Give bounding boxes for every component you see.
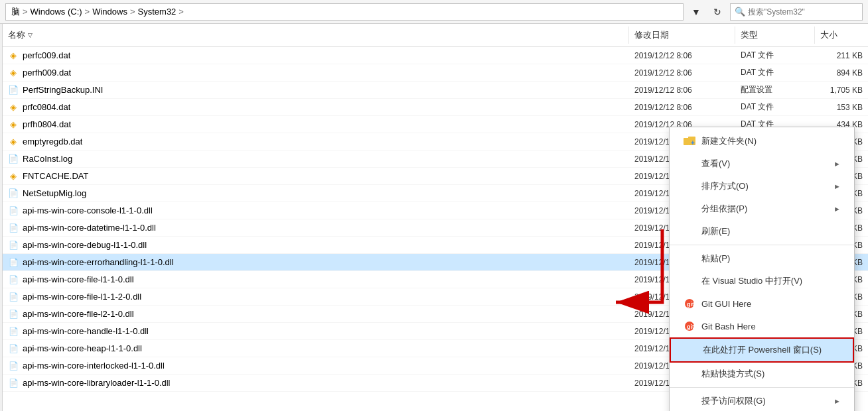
col-header-size[interactable]: 大小 xyxy=(815,27,868,44)
breadcrumb-separator: > xyxy=(23,7,28,17)
svg-text:git: git xyxy=(687,301,694,308)
table-row[interactable]: ◈ perfh009.dat 2019/12/12 8:06 DAT 文件 89… xyxy=(3,64,868,82)
context-menu-item-refresh[interactable]: 刷新(E) xyxy=(670,220,854,243)
file-name-text: api-ms-win-core-file-l1-1-2-0.dll xyxy=(23,292,141,302)
file-icon: ◈ xyxy=(8,68,19,78)
file-name-cell: 📄 api-ms-win-core-interlocked-l1-1-0.dll xyxy=(3,361,629,371)
menu-icon-empty xyxy=(683,367,696,381)
file-name-text: perfc009.dat xyxy=(23,50,70,60)
context-menu: + 新建文件夹(N) 查看(V) ► 排序方式(O) ► 分组依据(P) ► 刷… xyxy=(669,127,855,411)
file-icon: ◈ xyxy=(8,50,19,61)
breadcrumb-item[interactable]: Windows xyxy=(92,7,127,17)
submenu-arrow-icon: ► xyxy=(833,397,841,405)
file-type-cell: DAT 文件 xyxy=(735,50,815,61)
menu-item-content: 在 Visual Studio 中打开(V) xyxy=(683,274,841,288)
file-name-text: api-ms-win-core-debug-l1-1-0.dll xyxy=(23,240,147,250)
file-name-cell: 📄 api-ms-win-core-file-l1-1-0.dll xyxy=(3,274,629,285)
file-name-cell: 📄 api-ms-win-core-libraryloader-l1-1-0.d… xyxy=(3,378,629,388)
menu-icon-empty xyxy=(684,343,697,357)
file-icon: 📄 xyxy=(8,326,19,337)
context-menu-item-new-folder[interactable]: + 新建文件夹(N) xyxy=(670,130,854,152)
file-name-cell: 📄 api-ms-win-core-heap-l1-1-0.dll xyxy=(3,343,629,354)
menu-item-label: Git Bash Here xyxy=(701,322,756,331)
context-menu-item-powershell[interactable]: 在此处打开 Powershell 窗口(S) xyxy=(670,337,854,363)
col-header-type[interactable]: 类型 xyxy=(735,27,815,44)
file-icon: 📄 xyxy=(8,85,19,95)
menu-item-content: 刷新(E) xyxy=(683,225,841,238)
context-menu-item-view[interactable]: 查看(V) ► xyxy=(670,152,854,175)
menu-item-content: 授予访问权限(G) xyxy=(683,394,833,408)
file-name-cell: 📄 PerfStringBackup.INI xyxy=(3,85,629,95)
menu-item-label: 查看(V) xyxy=(701,158,730,170)
folder-new-icon: + xyxy=(683,135,696,148)
menu-item-label: 在此处打开 Powershell 窗口(S) xyxy=(703,344,822,356)
file-name-cell: 📄 RaCoInst.log xyxy=(3,154,629,164)
context-menu-item-git-bash[interactable]: git Git Bash Here xyxy=(670,315,854,337)
menu-item-content: 查看(V) xyxy=(683,157,833,170)
file-date-cell: 2019/12/12 8:06 xyxy=(629,103,735,112)
file-icon: 📄 xyxy=(8,257,19,268)
file-size-cell: 211 KB xyxy=(815,51,868,60)
svg-text:git: git xyxy=(687,323,694,330)
file-name-cell: 📄 api-ms-win-core-errorhandling-l1-1-0.d… xyxy=(3,257,629,268)
menu-item-label: 粘贴快捷方式(S) xyxy=(701,368,764,380)
file-name-text: RaCoInst.log xyxy=(23,154,72,164)
menu-item-content: 粘贴(P) xyxy=(683,252,841,265)
file-name-text: api-ms-win-core-libraryloader-l1-1-0.dll xyxy=(23,378,171,388)
search-icon: 🔍 xyxy=(735,7,745,17)
breadcrumb[interactable]: 脑 > Windows (C:) > Windows > System32 > xyxy=(5,3,684,21)
file-name-cell: ◈ perfc009.dat xyxy=(3,50,629,61)
file-name-text: api-ms-win-core-file-l1-1-0.dll xyxy=(23,274,134,284)
menu-item-label: 授予访问权限(G) xyxy=(701,395,766,407)
breadcrumb-separator: > xyxy=(85,7,90,17)
context-menu-item-git-gui[interactable]: git Git GUI Here xyxy=(670,292,854,315)
menu-item-content: git Git GUI Here xyxy=(683,297,841,310)
file-name-text: api-ms-win-core-handle-l1-1-0.dll xyxy=(23,326,149,336)
svg-text:+: + xyxy=(691,139,695,147)
file-name-text: prfc0804.dat xyxy=(23,102,70,112)
file-icon: 📄 xyxy=(8,274,19,285)
breadcrumb-item[interactable]: 脑 xyxy=(11,6,20,18)
refresh-button[interactable]: ↻ xyxy=(709,3,726,21)
context-menu-item-paste[interactable]: 粘贴(P) xyxy=(670,247,854,270)
search-box[interactable]: 🔍 xyxy=(730,3,863,21)
file-name-cell: ◈ FNTCACHE.DAT xyxy=(3,171,629,182)
file-list-container: 名称 ▽ 修改日期 类型 大小 ◈ perfc009.dat 2019/12/1… xyxy=(3,24,868,411)
col-header-name[interactable]: 名称 ▽ xyxy=(3,27,629,44)
table-row[interactable]: ◈ perfc009.dat 2019/12/12 8:06 DAT 文件 21… xyxy=(3,47,868,64)
file-icon: ◈ xyxy=(8,171,19,182)
file-name-text: prfh0804.dat xyxy=(23,119,71,129)
file-size-cell: 894 KB xyxy=(815,68,868,78)
col-header-date[interactable]: 修改日期 xyxy=(629,27,735,44)
menu-item-label: 粘贴(P) xyxy=(701,253,730,264)
table-row[interactable]: ◈ prfc0804.dat 2019/12/12 8:06 DAT 文件 15… xyxy=(3,99,868,116)
menu-item-content: 粘贴快捷方式(S) xyxy=(683,367,841,381)
file-name-cell: ◈ prfh0804.dat xyxy=(3,119,629,130)
breadcrumb-item[interactable]: Windows (C:) xyxy=(31,7,82,17)
breadcrumb-item[interactable]: System32 xyxy=(138,7,177,17)
file-name-cell: 📄 api-ms-win-core-file-l1-1-2-0.dll xyxy=(3,292,629,302)
file-icon: 📄 xyxy=(8,343,19,354)
dropdown-button[interactable]: ▼ xyxy=(687,3,705,21)
file-icon: 📄 xyxy=(8,154,19,164)
file-list-header: 名称 ▽ 修改日期 类型 大小 xyxy=(3,24,868,47)
context-menu-item-sort[interactable]: 排序方式(O) ► xyxy=(670,175,854,198)
menu-item-content: git Git Bash Here xyxy=(683,320,841,333)
file-icon: 📄 xyxy=(8,223,19,233)
context-menu-item-group[interactable]: 分组依据(P) ► xyxy=(670,198,854,220)
git-icon: git xyxy=(683,297,696,310)
context-menu-item-access[interactable]: 授予访问权限(G) ► xyxy=(670,390,854,411)
file-name-text: FNTCACHE.DAT xyxy=(23,171,88,181)
breadcrumb-separator: > xyxy=(130,7,135,17)
file-icon: ◈ xyxy=(8,119,19,130)
submenu-arrow-icon: ► xyxy=(833,160,841,168)
context-menu-item-open-vs[interactable]: 在 Visual Studio 中打开(V) xyxy=(670,270,854,292)
table-row[interactable]: 📄 PerfStringBackup.INI 2019/12/12 8:06 配… xyxy=(3,82,868,99)
context-menu-item-paste-shortcut[interactable]: 粘贴快捷方式(S) xyxy=(670,363,854,385)
file-name-cell: 📄 api-ms-win-core-debug-l1-1-0.dll xyxy=(3,240,629,251)
breadcrumb-separator: > xyxy=(179,7,184,17)
search-input[interactable] xyxy=(748,7,858,17)
submenu-arrow-icon: ► xyxy=(833,205,841,213)
file-type-cell: DAT 文件 xyxy=(735,101,815,113)
menu-icon-empty xyxy=(683,274,696,288)
